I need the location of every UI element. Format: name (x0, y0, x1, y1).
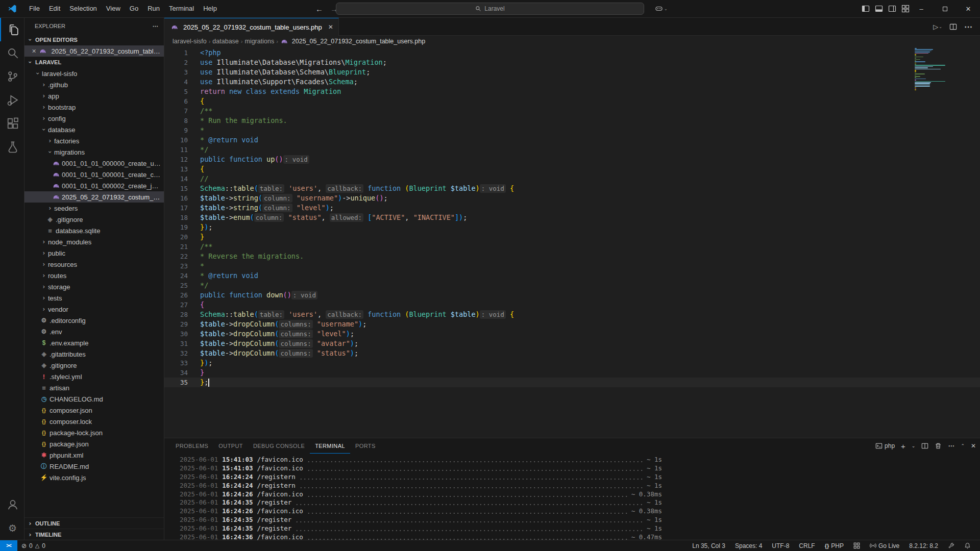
menu-go[interactable]: Go (125, 0, 143, 17)
folder-bootstrap[interactable]: ›bootstrap (24, 102, 164, 113)
section-outline[interactable]: ›OUTLINE (24, 517, 164, 529)
file-0001_01_01_000002_create_jobs_table.php[interactable]: 0001_01_01_000002_create_jobs_table.php (24, 180, 164, 191)
status-ln-35-col-3[interactable]: Ln 35, Col 3 (689, 540, 728, 551)
folder-database[interactable]: ›database (24, 124, 164, 135)
status-8.2.12-8.2[interactable]: 8.2.12: 8.2 (906, 540, 941, 551)
tab-migration-file[interactable]: 2025_05_22_071932_costum_table_users.php… (164, 18, 339, 36)
activity-run-and-debug-icon[interactable] (0, 88, 24, 112)
file-package.json[interactable]: {}package.json (24, 438, 164, 449)
code-line-30[interactable]: 30$table->dropColumn(columns: "level"); (164, 329, 980, 339)
terminal-profile[interactable]: php (875, 442, 895, 449)
panel-tab-ports[interactable]: PORTS (350, 438, 381, 454)
breadcrumb-item[interactable]: laravel-sisfo (173, 38, 207, 45)
code-line-25[interactable]: 25*/ (164, 281, 980, 290)
file-phpunit.xml[interactable]: ✱phpunit.xml (24, 449, 164, 461)
open-editor-item[interactable]: ✕2025_05_22_071932_costum_table_users.ph… (24, 45, 164, 57)
folder-.github[interactable]: ›.github (24, 79, 164, 90)
status-php[interactable]: {}PHP (822, 540, 847, 551)
history-back-icon[interactable]: ← (315, 5, 323, 13)
activity-source-control-icon[interactable] (0, 65, 24, 88)
code-line-31[interactable]: 31$table->dropColumn(columns: "avatar"); (164, 339, 980, 348)
activity-settings-icon[interactable]: ⚙ (0, 516, 24, 540)
explorer-actions-icon[interactable]: ⋯ (153, 23, 159, 30)
status-spaces-4[interactable]: Spaces: 4 (732, 540, 765, 551)
minimize-button[interactable]: – (910, 0, 933, 18)
code-line-14[interactable]: 14// (164, 174, 980, 184)
code-line-12[interactable]: 12public function up(): void (164, 155, 980, 164)
code-line-22[interactable]: 22* Reverse the migrations. (164, 252, 980, 261)
terminal-dropdown-icon[interactable]: ⌄ (912, 443, 916, 448)
file-README.md[interactable]: ⓘREADME.md (24, 461, 164, 472)
code-line-9[interactable]: 9* (164, 126, 980, 135)
code-line-4[interactable]: 4use Illuminate\Support\Facades\Schema; (164, 77, 980, 87)
activity-accounts-icon[interactable] (0, 493, 24, 516)
folder-resources[interactable]: ›resources (24, 259, 164, 270)
maximize-panel-icon[interactable]: ⌃ (961, 443, 965, 448)
file-database.sqlite[interactable]: ≡database.sqlite (24, 225, 164, 236)
file-0001_01_01_000000_create_users_table.php[interactable]: 0001_01_01_000000_create_users_table.php (24, 158, 164, 169)
status-icon[interactable] (961, 540, 974, 551)
menu-file[interactable]: File (24, 0, 44, 17)
file-package-lock.json[interactable]: {}package-lock.json (24, 427, 164, 438)
panel-tab-output[interactable]: OUTPUT (213, 438, 248, 454)
code-line-32[interactable]: 32$table->dropColumn(columns: "status"); (164, 348, 980, 358)
code-line-35[interactable]: 35}; (164, 378, 980, 387)
menu-run[interactable]: Run (143, 0, 164, 17)
breadcrumb-file[interactable]: 2025_05_22_071932_costum_table_users.php (280, 38, 425, 45)
code-line-10[interactable]: 10* @return void (164, 135, 980, 145)
status-icon[interactable] (945, 540, 958, 551)
activity-extensions-icon[interactable] (0, 112, 24, 135)
status-crlf[interactable]: CRLF (796, 540, 818, 551)
file-.styleci.yml[interactable]: !.styleci.yml (24, 371, 164, 382)
folder-seeders[interactable]: ›seeders (24, 203, 164, 214)
folder-app[interactable]: ›app (24, 90, 164, 102)
split-editor-icon[interactable] (949, 23, 957, 31)
code-line-23[interactable]: 23* (164, 261, 980, 271)
activity-explorer-icon[interactable] (0, 18, 24, 41)
file-composer.json[interactable]: {}composer.json (24, 405, 164, 416)
code-line-17[interactable]: 17$table->string(column: "level"); (164, 203, 980, 213)
code-line-34[interactable]: 34} (164, 368, 980, 378)
maximize-button[interactable] (933, 0, 957, 18)
menu-edit[interactable]: Edit (44, 0, 65, 17)
file-composer.lock[interactable]: {}composer.lock (24, 416, 164, 427)
problems-status[interactable]: ⊘ 0 △ 0 (17, 542, 45, 549)
status-utf-8[interactable]: UTF-8 (769, 540, 792, 551)
status-icon[interactable] (850, 540, 863, 551)
breadcrumb-item[interactable]: migrations (244, 38, 274, 45)
code-line-18[interactable]: 18$table->enum(column: "status", allowed… (164, 213, 980, 222)
code-line-15[interactable]: 15Schema::table(table: 'users', callback… (164, 184, 980, 193)
panel-more-actions-icon[interactable]: ⋯ (948, 442, 954, 449)
folder-migrations[interactable]: ›migrations (24, 146, 164, 158)
new-terminal-icon[interactable]: + (901, 442, 905, 450)
minimap[interactable] (915, 48, 948, 91)
code-line-11[interactable]: 11*/ (164, 145, 980, 155)
editor-more-actions-icon[interactable]: ⋯ (964, 22, 973, 32)
code-line-3[interactable]: 3use Illuminate\Database\Schema\Blueprin… (164, 67, 980, 77)
folder-public[interactable]: ›public (24, 247, 164, 259)
toggle-primary-sidebar-icon[interactable] (862, 5, 870, 13)
breadcrumb-item[interactable]: database (212, 38, 238, 45)
code-line-33[interactable]: 33}); (164, 358, 980, 368)
file-.gitattributes[interactable]: ◈.gitattributes (24, 348, 164, 360)
copilot-menu[interactable]: ⌄ (655, 5, 668, 13)
remote-indicator[interactable]: >< (0, 540, 17, 551)
breadcrumb[interactable]: laravel-sisfo›database›migrations›2025_0… (164, 36, 980, 47)
customize-layout-icon[interactable] (901, 5, 910, 13)
code-line-1[interactable]: 1<?php (164, 48, 980, 58)
folder-node_modules[interactable]: ›node_modules (24, 236, 164, 247)
activity-search-icon[interactable] (0, 41, 24, 65)
panel-tab-terminal[interactable]: TERMINAL (310, 438, 350, 454)
run-button[interactable]: ▷⌄ (933, 23, 942, 31)
file-.gitignore[interactable]: ◈.gitignore (24, 360, 164, 371)
code-line-2[interactable]: 2use Illuminate\Database\Migrations\Migr… (164, 58, 980, 67)
terminal-output[interactable]: 2025-06-0115:41:03/favicon.ico~ 1s2025-0… (164, 454, 980, 542)
open-editors-header[interactable]: › OPEN EDITORS (24, 34, 164, 45)
toggle-panel-icon[interactable] (875, 5, 883, 13)
folder-storage[interactable]: ›storage (24, 281, 164, 292)
menu-help[interactable]: Help (199, 0, 222, 17)
file-CHANGELOG.md[interactable]: ◷CHANGELOG.md (24, 393, 164, 405)
folder-config[interactable]: ›config (24, 113, 164, 124)
folder-laravel-sisfo[interactable]: ›laravel-sisfo (24, 68, 164, 79)
file-.env[interactable]: ⚙.env (24, 326, 164, 337)
